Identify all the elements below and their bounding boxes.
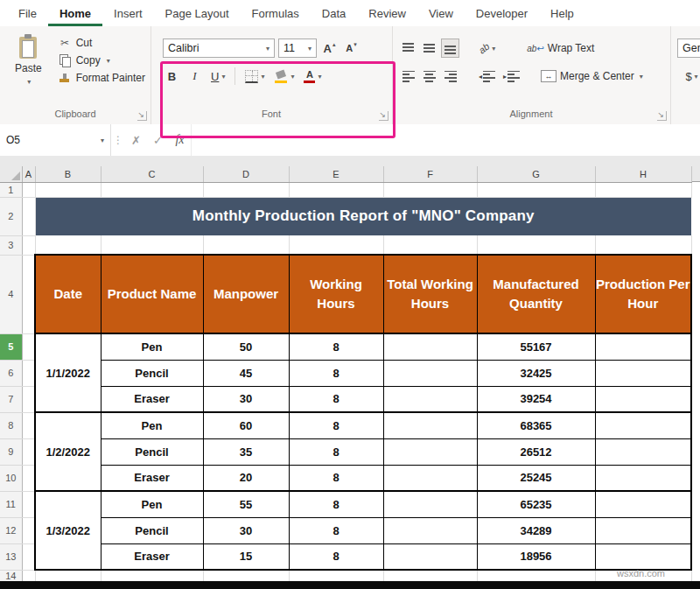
row-header-13[interactable]: 13 xyxy=(0,543,22,570)
manpower-cell[interactable]: 15 xyxy=(203,543,289,570)
orientation-button[interactable]: ab ▾ xyxy=(476,39,498,58)
copy-dropdown-caret[interactable]: ▾ xyxy=(107,57,110,65)
italic-button[interactable]: I xyxy=(186,67,204,86)
number-format-select[interactable]: Gen ▾ xyxy=(677,39,700,58)
product-cell[interactable]: Pen xyxy=(101,333,203,360)
font-color-button[interactable]: A ▾ xyxy=(301,67,324,86)
cell[interactable] xyxy=(203,182,289,197)
total-working-hours-cell[interactable] xyxy=(383,333,477,360)
name-box[interactable]: O5 ▾ xyxy=(0,124,111,156)
row-header-11[interactable]: 11 xyxy=(0,491,22,517)
product-cell[interactable]: Pen xyxy=(101,412,203,438)
cell[interactable] xyxy=(595,182,691,197)
cell[interactable] xyxy=(101,235,203,255)
column-header-d[interactable]: D xyxy=(203,166,289,182)
select-all-corner[interactable] xyxy=(0,166,22,182)
manpower-cell[interactable]: 60 xyxy=(203,412,289,438)
total-working-hours-cell[interactable] xyxy=(383,412,477,438)
accounting-format-button[interactable]: $ ▾ xyxy=(682,67,700,86)
manpower-cell[interactable]: 20 xyxy=(203,465,289,491)
cell[interactable] xyxy=(22,235,35,255)
working-hours-cell[interactable]: 8 xyxy=(289,438,383,465)
column-header-b[interactable]: B xyxy=(35,166,101,182)
production-per-hour-cell[interactable] xyxy=(595,491,691,517)
total-working-hours-cell[interactable] xyxy=(383,517,477,543)
production-per-hour-cell[interactable] xyxy=(595,543,691,570)
production-per-hour-cell[interactable] xyxy=(595,412,691,438)
column-header-c[interactable]: C xyxy=(101,166,203,182)
cell[interactable] xyxy=(35,570,101,581)
cell[interactable] xyxy=(35,235,101,255)
working-hours-cell[interactable]: 8 xyxy=(289,360,383,386)
working-hours-cell[interactable]: 8 xyxy=(289,465,383,491)
tab-insert[interactable]: Insert xyxy=(102,0,154,26)
manufactured-quantity-cell[interactable]: 26512 xyxy=(477,438,595,465)
column-header-h[interactable]: H xyxy=(595,166,691,182)
manpower-cell[interactable]: 50 xyxy=(203,333,289,360)
decrease-indent-button[interactable]: ◂ xyxy=(476,67,498,86)
font-name-select[interactable]: Calibri ▾ xyxy=(163,39,275,58)
row-header-14[interactable]: 14 xyxy=(0,570,22,581)
working-hours-cell[interactable]: 8 xyxy=(289,491,383,517)
decrease-font-size-button[interactable]: A ▾ xyxy=(342,39,360,58)
cell[interactable] xyxy=(22,412,35,438)
bold-button[interactable]: B xyxy=(163,67,181,86)
total-working-hours-cell[interactable] xyxy=(383,543,477,570)
cell[interactable] xyxy=(101,570,203,581)
borders-caret-icon[interactable]: ▾ xyxy=(261,73,264,81)
total-working-hours-cell[interactable] xyxy=(383,386,477,412)
row-header-7[interactable]: 7 xyxy=(0,386,22,412)
font-dialog-launcher-icon[interactable]: ↘ xyxy=(379,111,388,121)
product-cell[interactable]: Pencil xyxy=(101,438,203,465)
accounting-caret-icon[interactable]: ▾ xyxy=(695,73,698,81)
total-working-hours-cell[interactable] xyxy=(383,465,477,491)
tab-developer[interactable]: Developer xyxy=(465,0,539,26)
cell[interactable] xyxy=(289,570,383,581)
cell[interactable] xyxy=(22,255,35,333)
column-header-g[interactable]: G xyxy=(477,166,595,182)
cell[interactable] xyxy=(477,182,595,197)
align-left-button[interactable] xyxy=(399,67,417,86)
cell[interactable] xyxy=(22,386,35,412)
total-working-hours-cell[interactable] xyxy=(383,438,477,465)
column-header-e[interactable]: E xyxy=(289,166,383,182)
manpower-cell[interactable]: 45 xyxy=(203,360,289,386)
cell[interactable] xyxy=(383,235,477,255)
production-per-hour-cell[interactable] xyxy=(595,438,691,465)
manpower-cell[interactable]: 30 xyxy=(203,386,289,412)
product-cell[interactable]: Pen xyxy=(101,491,203,517)
cell[interactable] xyxy=(22,438,35,465)
increase-indent-button[interactable]: ▸ xyxy=(500,67,522,86)
row-header-6[interactable]: 6 xyxy=(0,360,22,386)
insert-function-button[interactable]: fx xyxy=(169,124,191,156)
header-total-working-hours[interactable]: Total Working Hours xyxy=(383,255,477,333)
cell[interactable] xyxy=(22,491,35,517)
cell[interactable] xyxy=(289,235,383,255)
report-title-cell[interactable]: Monthly Production Report of "MNO" Compa… xyxy=(35,197,691,235)
tab-file[interactable]: File xyxy=(7,0,48,26)
working-hours-cell[interactable]: 8 xyxy=(289,543,383,570)
tab-help[interactable]: Help xyxy=(539,0,585,26)
formula-bar-drag-handle[interactable]: ⋮ xyxy=(111,124,125,156)
paste-dropdown-caret[interactable]: ▾ xyxy=(27,78,31,86)
production-per-hour-cell[interactable] xyxy=(595,386,691,412)
tab-view[interactable]: View xyxy=(417,0,465,26)
row-header-3[interactable]: 3 xyxy=(0,235,22,255)
row-header-2[interactable]: 2 xyxy=(0,197,22,235)
header-manufactured-quantity[interactable]: Manufactured Quantity xyxy=(477,255,595,333)
increase-font-size-button[interactable]: A ▴ xyxy=(320,39,339,58)
cell[interactable] xyxy=(22,543,35,570)
clipboard-dialog-launcher-icon[interactable]: ↘ xyxy=(137,111,147,121)
cancel-entry-button[interactable]: ✗ xyxy=(125,124,147,156)
borders-button[interactable]: ▾ xyxy=(242,67,267,86)
row-header-4[interactable]: 4 xyxy=(0,255,22,333)
production-per-hour-cell[interactable] xyxy=(595,333,691,360)
total-working-hours-cell[interactable] xyxy=(383,360,477,386)
working-hours-cell[interactable]: 8 xyxy=(289,333,383,360)
wrap-text-button[interactable]: ab↩ Wrap Text xyxy=(525,39,596,58)
manufactured-quantity-cell[interactable]: 68365 xyxy=(477,412,595,438)
align-center-button[interactable] xyxy=(420,67,438,86)
manufactured-quantity-cell[interactable]: 32425 xyxy=(477,360,595,386)
underline-caret-icon[interactable]: ▾ xyxy=(221,73,225,81)
merge-center-button[interactable]: ↔ Merge & Center ▾ xyxy=(539,67,645,86)
